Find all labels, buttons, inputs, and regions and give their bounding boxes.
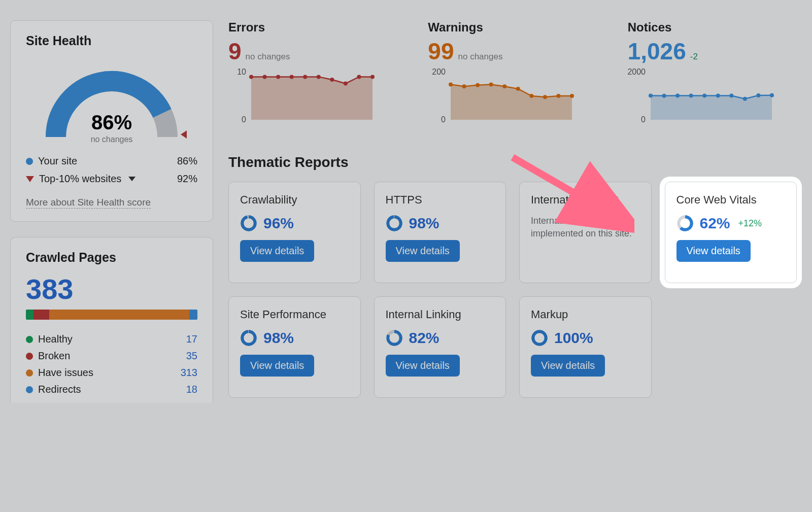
crawled-pages-row[interactable]: Redirects18 — [26, 381, 197, 398]
triangle-icon — [26, 176, 34, 182]
svg-point-15 — [476, 83, 480, 87]
svg-marker-0 — [181, 130, 187, 139]
svg-point-38 — [242, 217, 255, 230]
report-card: Internal Linking82%View details — [374, 296, 506, 398]
row-label: Redirects — [38, 384, 81, 395]
report-percent: 96% — [263, 215, 294, 232]
svg-point-22 — [570, 94, 574, 98]
view-details-button[interactable]: View details — [386, 355, 460, 377]
segment — [49, 310, 189, 320]
svg-point-21 — [557, 94, 561, 98]
progress-ring-icon — [386, 215, 403, 232]
segment — [33, 310, 49, 320]
view-details-button[interactable]: View details — [531, 355, 605, 377]
metric-card: Warnings99no changes0200 — [428, 20, 597, 124]
report-card: Markup100%View details — [519, 296, 652, 398]
svg-point-31 — [729, 94, 733, 98]
metric-title: Errors — [228, 20, 397, 35]
report-percent: 100% — [554, 329, 593, 347]
metric-value: 9 — [228, 38, 242, 65]
progress-ring-icon — [240, 215, 257, 232]
report-card: Core Web Vitals62%+12%View details — [665, 182, 797, 283]
svg-text:2000: 2000 — [628, 68, 646, 76]
site-health-legend-row[interactable]: Top-10% websites92% — [26, 170, 197, 188]
legend-label: Top-10% websites — [39, 173, 121, 185]
chevron-down-icon[interactable] — [128, 177, 136, 181]
crawled-pages-row[interactable]: Broken35 — [26, 348, 197, 364]
svg-point-20 — [543, 95, 547, 99]
metric-card: Errors9no changes010 — [228, 20, 397, 124]
view-details-button[interactable]: View details — [240, 240, 314, 262]
progress-ring-icon — [531, 329, 548, 347]
site-health-gauge: 86% no changes — [26, 56, 197, 147]
site-health-panel: Site Health 86% no changes Your site86%T… — [10, 20, 213, 222]
report-title: Site Performance — [240, 308, 349, 321]
report-title: International SEO — [531, 193, 640, 207]
svg-point-32 — [743, 97, 747, 101]
dot-icon — [26, 369, 33, 377]
svg-point-27 — [675, 94, 680, 98]
report-card: Site Performance98%View details — [228, 296, 361, 398]
progress-ring-icon — [676, 215, 694, 232]
dot-icon — [26, 386, 33, 393]
report-percent: 62% — [700, 215, 730, 232]
svg-point-19 — [530, 94, 534, 98]
dot-icon — [26, 336, 33, 343]
thematic-reports-title: Thematic Reports — [228, 154, 797, 170]
svg-point-17 — [503, 84, 507, 88]
svg-point-14 — [462, 84, 466, 88]
svg-point-25 — [649, 94, 653, 98]
svg-point-33 — [756, 93, 760, 97]
svg-point-13 — [449, 82, 453, 86]
svg-point-40 — [388, 217, 401, 230]
report-description: International SEO is not implemented on … — [531, 215, 640, 240]
report-title: HTTPS — [386, 193, 495, 207]
view-details-button[interactable]: View details — [240, 355, 314, 377]
svg-point-18 — [516, 87, 520, 91]
svg-point-10 — [370, 75, 375, 79]
dot-icon — [26, 158, 33, 165]
metric-sub: no changes — [246, 52, 290, 61]
crawled-pages-row[interactable]: Have issues313 — [26, 364, 197, 381]
sparkline-chart: 010 — [228, 68, 376, 124]
svg-point-26 — [662, 94, 666, 98]
crawled-pages-segbar — [26, 310, 197, 320]
report-delta: +12% — [738, 218, 762, 229]
segment — [26, 310, 33, 320]
metric-title: Notices — [628, 20, 797, 35]
metric-value: 99 — [428, 38, 454, 65]
row-label: Have issues — [38, 367, 93, 379]
report-card: HTTPS98%View details — [374, 182, 506, 283]
metric-card: Notices1,026-202000 — [628, 20, 797, 124]
svg-point-3 — [276, 75, 280, 79]
view-details-button[interactable]: View details — [386, 240, 460, 262]
view-details-button[interactable]: View details — [676, 240, 751, 262]
more-about-site-health-link[interactable]: More about Site Health score — [26, 197, 151, 209]
segment — [189, 310, 197, 320]
svg-text:0: 0 — [242, 115, 246, 124]
svg-point-5 — [303, 75, 307, 79]
svg-point-1 — [249, 75, 253, 79]
svg-point-28 — [689, 94, 693, 98]
report-card: International SEOInternational SEO is no… — [519, 182, 652, 283]
report-title: Core Web Vitals — [676, 193, 786, 207]
svg-point-7 — [330, 78, 334, 82]
metric-title: Warnings — [428, 20, 597, 35]
svg-point-8 — [344, 82, 348, 86]
crawled-pages-title: Crawled Pages — [26, 250, 197, 265]
crawled-pages-row[interactable]: Healthy17 — [26, 331, 197, 348]
sparkline-chart: 0200 — [428, 68, 575, 124]
row-label: Healthy — [38, 333, 73, 345]
svg-point-4 — [290, 75, 294, 79]
metric-delta: -2 — [690, 52, 698, 61]
site-health-title: Site Health — [26, 33, 197, 48]
svg-point-2 — [263, 75, 267, 79]
legend-value: 92% — [177, 173, 197, 185]
row-value: 18 — [186, 384, 197, 395]
crawled-pages-total: 383 — [26, 272, 197, 305]
crawled-pages-panel: Crawled Pages 383 Healthy17Broken35Have … — [10, 237, 213, 403]
row-value: 313 — [181, 367, 197, 379]
report-title: Internal Linking — [386, 308, 495, 321]
row-label: Broken — [38, 350, 70, 362]
svg-point-29 — [702, 94, 706, 98]
